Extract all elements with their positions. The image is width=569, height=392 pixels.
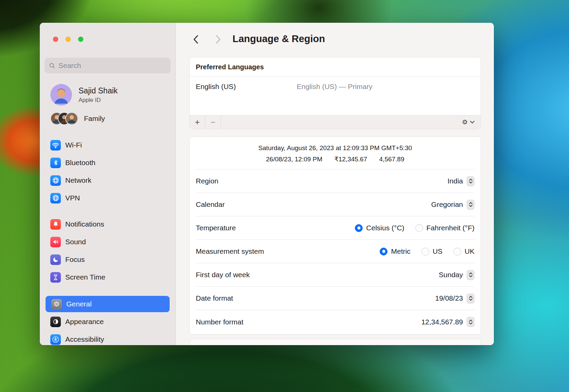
sidebar-item-label: Sound bbox=[65, 238, 86, 246]
row-label: Temperature bbox=[196, 224, 236, 232]
setting-row-number-format: Number format 12,34,567.89 bbox=[196, 310, 475, 334]
zoom-window-button[interactable] bbox=[78, 37, 83, 42]
number-format-stepper[interactable] bbox=[467, 317, 475, 327]
sidebar-item-network[interactable]: Network bbox=[45, 172, 171, 189]
family-avatars bbox=[50, 112, 78, 125]
radio-selected-icon bbox=[380, 248, 387, 255]
calendar-value: Gregorian bbox=[431, 200, 463, 209]
toolbar-divider bbox=[221, 115, 221, 129]
sidebar-item-label: VPN bbox=[65, 194, 80, 202]
page-title: Language & Region bbox=[232, 33, 325, 44]
sidebar-item-appearance[interactable]: Appearance bbox=[45, 313, 171, 331]
chevron-down-icon bbox=[470, 121, 475, 124]
sidebar-item-label: General bbox=[66, 300, 92, 308]
preferred-languages-header: Preferred Languages bbox=[190, 57, 481, 77]
remove-language-button[interactable]: − bbox=[205, 115, 221, 129]
window-controls bbox=[53, 37, 83, 42]
sidebar-item-bluetooth[interactable]: Bluetooth bbox=[45, 154, 171, 172]
sidebar-group-connectivity: Wi-Fi Bluetooth Network bbox=[45, 136, 171, 207]
system-settings-window: Search Sajid Shaik bbox=[40, 23, 494, 345]
temperature-fahrenheit-radio[interactable]: Fahrenheit (°F) bbox=[415, 224, 475, 232]
region-settings-card: Saturday, August 26, 2023 at 12:09:33 PM… bbox=[189, 137, 481, 335]
measurement-metric-radio[interactable]: Metric bbox=[380, 247, 410, 255]
calendar-stepper[interactable] bbox=[467, 200, 475, 210]
language-options-button[interactable]: ⚙ bbox=[462, 118, 475, 126]
row-label: Measurement system bbox=[196, 247, 264, 255]
options-gear-icon: ⚙ bbox=[462, 118, 468, 126]
add-language-button[interactable]: + bbox=[190, 115, 205, 129]
preferred-languages-title: Preferred Languages bbox=[196, 63, 264, 71]
measurement-us-radio[interactable]: US bbox=[421, 247, 443, 255]
measurement-uk-radio[interactable]: UK bbox=[453, 247, 475, 255]
back-button[interactable] bbox=[190, 34, 201, 45]
format-preview: Saturday, August 26, 2023 at 12:09:33 PM… bbox=[196, 137, 475, 170]
gear-icon: ⚙ bbox=[51, 299, 62, 309]
setting-row-first-day: First day of week Sunday bbox=[196, 263, 475, 287]
setting-row-calendar: Calendar Gregorian bbox=[196, 193, 475, 216]
bluetooth-icon bbox=[50, 158, 61, 168]
sidebar-item-label: Accessibility bbox=[65, 335, 104, 343]
radio-label: US bbox=[433, 247, 443, 255]
family-avatar bbox=[65, 112, 78, 125]
row-label: Calendar bbox=[196, 200, 225, 209]
preview-currency: ₹12,345.67 bbox=[334, 156, 367, 163]
setting-row-date-format: Date format 19/08/23 bbox=[196, 287, 475, 310]
search-field[interactable]: Search bbox=[45, 58, 171, 73]
radio-label: Celsius (°C) bbox=[366, 224, 404, 232]
radio-unselected-icon bbox=[453, 248, 461, 255]
language-toolbar: + − ⚙ bbox=[190, 115, 481, 129]
temperature-celsius-radio[interactable]: Celsius (°C) bbox=[355, 224, 404, 232]
language-row[interactable]: English (US) English (US) — Primary bbox=[190, 77, 481, 91]
sidebar-item-label: Network bbox=[65, 176, 91, 184]
radio-unselected-icon bbox=[415, 224, 423, 232]
region-stepper[interactable] bbox=[467, 176, 475, 186]
language-name: English (US) bbox=[196, 83, 297, 91]
search-placeholder: Search bbox=[58, 61, 81, 70]
next-section-card-partial bbox=[189, 339, 481, 345]
sidebar-item-notifications[interactable]: Notifications bbox=[45, 215, 171, 233]
sidebar-item-wifi[interactable]: Wi-Fi bbox=[45, 136, 171, 154]
setting-row-temperature: Temperature Celsius (°C) Fahrenheit (°F) bbox=[196, 216, 475, 240]
sidebar-item-sound[interactable]: Sound bbox=[45, 233, 171, 251]
sidebar-item-general[interactable]: ⚙ General bbox=[46, 296, 170, 312]
appearance-contrast-icon bbox=[50, 317, 61, 327]
language-detail: English (US) — Primary bbox=[297, 83, 373, 91]
forward-button[interactable] bbox=[213, 34, 223, 45]
bell-icon bbox=[50, 219, 61, 230]
date-format-stepper[interactable] bbox=[467, 293, 475, 303]
sidebar-item-label: Screen Time bbox=[65, 273, 105, 281]
row-label: Number format bbox=[196, 318, 243, 326]
sidebar-group-system: ⚙ General Appearance Accessibility bbox=[45, 295, 171, 345]
preview-full-date: Saturday, August 26, 2023 at 12:09:33 PM… bbox=[196, 144, 475, 152]
first-day-stepper[interactable] bbox=[467, 270, 475, 280]
sidebar-group-alerts: Notifications Sound Focus bbox=[45, 215, 171, 286]
profile-subtitle: Apple ID bbox=[79, 97, 118, 104]
sidebar-item-accessibility[interactable]: Accessibility bbox=[45, 331, 171, 345]
preview-short-formats: 26/08/23, 12:09 PM ₹12,345.67 4,567.89 bbox=[196, 155, 475, 163]
first-day-value: Sunday bbox=[439, 271, 463, 279]
family-row[interactable]: Family bbox=[50, 112, 105, 125]
close-window-button[interactable] bbox=[53, 37, 58, 42]
row-label: Region bbox=[196, 177, 219, 185]
radio-label: Metric bbox=[391, 247, 410, 255]
number-format-value: 12,34,567.89 bbox=[421, 318, 463, 326]
sidebar-item-vpn[interactable]: VPN bbox=[45, 189, 171, 207]
apple-id-row[interactable]: Sajid Shaik Apple ID bbox=[50, 84, 118, 106]
minimize-window-button[interactable] bbox=[66, 37, 71, 42]
sidebar-item-screen-time[interactable]: Screen Time bbox=[45, 268, 171, 286]
vpn-globe-icon bbox=[50, 193, 61, 203]
radio-selected-icon bbox=[355, 224, 363, 232]
speaker-icon bbox=[50, 237, 61, 247]
network-globe-icon bbox=[50, 175, 61, 186]
radio-label: UK bbox=[465, 247, 475, 255]
wifi-icon bbox=[50, 140, 61, 150]
accessibility-icon bbox=[50, 334, 61, 345]
sidebar-item-label: Notifications bbox=[65, 220, 104, 228]
sidebar: Search Sajid Shaik bbox=[40, 23, 176, 345]
setting-row-region: Region India bbox=[196, 170, 475, 193]
sidebar-item-label: Appearance bbox=[65, 318, 104, 326]
hourglass-icon bbox=[50, 272, 61, 283]
radio-unselected-icon bbox=[421, 248, 429, 255]
desktop-wallpaper: Search Sajid Shaik bbox=[0, 0, 569, 392]
sidebar-item-focus[interactable]: Focus bbox=[45, 251, 171, 268]
